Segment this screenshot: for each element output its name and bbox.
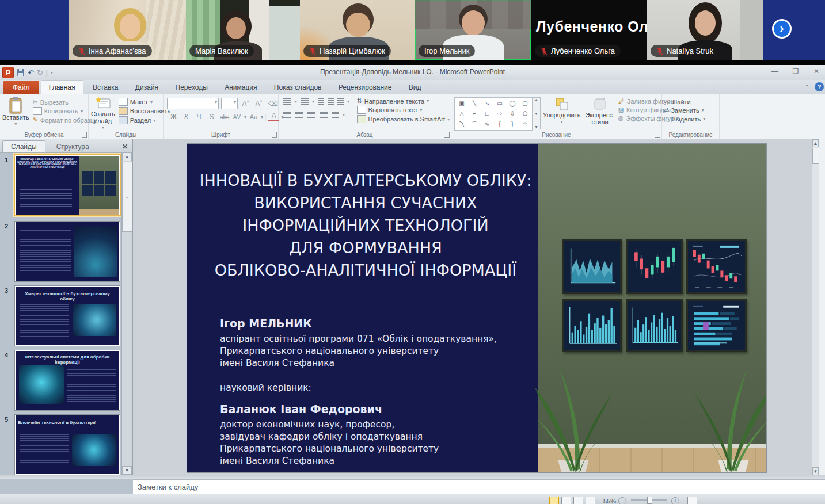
panel-scrollbar[interactable]: ▲ ≡ ▼ xyxy=(121,152,132,475)
underline-button[interactable]: Ч xyxy=(193,112,204,121)
zoom-out-icon[interactable]: − xyxy=(618,497,626,504)
strikethrough-button[interactable]: abc xyxy=(219,113,230,121)
main-scroll-up-icon[interactable]: ▲ xyxy=(812,139,819,147)
fit-to-window-icon[interactable] xyxy=(687,497,697,504)
minimize-button[interactable]: — xyxy=(769,67,781,75)
current-slide[interactable]: ІННОВАЦІЇ В БУХГАЛТЕРСЬКОМУ ОБЛІКУ: ВИКО… xyxy=(187,144,766,472)
grow-font-button[interactable]: А˄ xyxy=(240,99,251,108)
reading-view-icon[interactable] xyxy=(573,497,583,504)
align-right-icon[interactable] xyxy=(307,112,315,118)
character-spacing-button[interactable]: АV xyxy=(231,113,242,121)
increase-indent-icon[interactable] xyxy=(328,98,334,105)
quick-styles-icon xyxy=(592,97,607,112)
text-direction-button[interactable]: ⇅Направление текста▾ xyxy=(356,97,451,105)
tab-file[interactable]: Файл xyxy=(3,81,39,94)
zoom-slider-knob[interactable] xyxy=(647,497,652,504)
shapes-scrollbar[interactable]: ▲▼▼ xyxy=(533,97,541,129)
help-icon[interactable]: ? xyxy=(815,82,824,91)
zoom-percentage[interactable]: 55% xyxy=(603,498,616,504)
replace-button[interactable]: ⇄Заменить▾ xyxy=(662,106,719,114)
align-left-icon[interactable] xyxy=(283,112,291,118)
tab-insert[interactable]: Вставка xyxy=(85,81,126,94)
next-participants-button[interactable]: › xyxy=(772,19,792,39)
main-scrollbar[interactable]: ▲ ▼ xyxy=(812,139,819,475)
tab-view[interactable]: Вид xyxy=(401,81,429,94)
panel-tab-slides[interactable]: Слайды xyxy=(2,140,45,152)
font-name-combo[interactable] xyxy=(167,98,219,109)
panel-close-icon[interactable]: ✕ xyxy=(122,143,128,151)
collapse-ribbon-icon[interactable]: ⌃ xyxy=(805,84,809,90)
columns-icon[interactable] xyxy=(332,112,339,118)
reset-icon xyxy=(119,107,128,115)
tab-review[interactable]: Рецензирование xyxy=(331,81,400,94)
justify-icon[interactable] xyxy=(320,112,328,118)
change-case-button[interactable]: Аа xyxy=(248,113,259,121)
drawing-dialog-launcher[interactable] xyxy=(655,132,660,138)
slideshow-view-icon[interactable] xyxy=(586,497,595,504)
italic-button[interactable]: К xyxy=(181,112,192,121)
slide-thumbnail-5[interactable]: 5 Блокчейн-технології в бухгалтерії xyxy=(0,415,121,477)
paste-button[interactable]: Вставить▾ xyxy=(0,94,32,128)
slides-panel: Слайды Структура ✕ 1 ІННОВАЦІЇ В БУХГАЛТ… xyxy=(0,139,133,475)
scrollbar-thumb[interactable]: ≡ xyxy=(122,162,132,232)
align-center-icon[interactable] xyxy=(295,112,303,118)
participant-video-1[interactable]: Інна Афанас'єва xyxy=(69,0,186,60)
normal-view-icon[interactable] xyxy=(549,497,559,504)
numbering-icon[interactable] xyxy=(301,98,309,105)
decrease-indent-icon[interactable] xyxy=(318,98,324,105)
arrange-button[interactable]: Упорядочить▾ xyxy=(541,94,583,131)
font-color-button[interactable]: А xyxy=(268,112,279,121)
quick-styles-button[interactable]: Экспресс-стили xyxy=(583,94,617,131)
slide-thumbnail-1[interactable]: 1 ІННОВАЦІЇ В БУХГАЛТЕРСЬКОМУ ОБЛІКУ: ВИ… xyxy=(0,155,121,217)
tab-animations[interactable]: Анимация xyxy=(217,81,264,94)
new-slide-button[interactable]: Создать слайд▾ xyxy=(89,94,117,131)
slide-sorter-view-icon[interactable] xyxy=(561,497,571,504)
panel-tab-outline[interactable]: Структура xyxy=(48,140,98,152)
notes-splitter[interactable] xyxy=(0,475,825,479)
font-size-combo[interactable] xyxy=(221,98,238,109)
arrange-icon xyxy=(554,97,569,112)
monitor-dashboard xyxy=(686,299,747,352)
participant-name-label: Марія Василюк xyxy=(189,45,254,57)
slide-thumbnail-2[interactable]: 2 xyxy=(0,222,121,284)
font-dialog-launcher[interactable] xyxy=(272,132,277,138)
bold-button[interactable]: Ж xyxy=(168,112,179,121)
participant-video-2[interactable]: Марія Василюк xyxy=(186,0,300,60)
workspace: Слайды Структура ✕ 1 ІННОВАЦІЇ В БУХГАЛТ… xyxy=(0,139,825,475)
bullets-icon[interactable] xyxy=(283,98,291,105)
scroll-up-icon[interactable]: ▲ xyxy=(122,152,132,161)
line-spacing-icon[interactable] xyxy=(337,98,344,105)
shapes-gallery[interactable]: ▣╲↘▭◯▢ △⌐∟⇨⇩⬠ 〽⌒∿{}☆ ▲▼▼ xyxy=(451,94,541,131)
meeting-video-strip: Інна Афанас'єва Марія Василюк Назарій Ци… xyxy=(0,0,825,60)
tab-transitions[interactable]: Переходы xyxy=(168,81,215,94)
text-shadow-button[interactable]: S xyxy=(206,112,217,121)
main-scroll-down-icon[interactable]: ▼ xyxy=(812,467,819,475)
clipboard-dialog-launcher[interactable] xyxy=(82,132,87,138)
close-button[interactable]: ✕ xyxy=(810,67,823,75)
restore-button[interactable]: ❐ xyxy=(789,67,802,75)
select-button[interactable]: ⬚Выделить▾ xyxy=(662,114,719,123)
slide-thumbnail-4[interactable]: 4 Інтелектуальні системи для обробки інф… xyxy=(0,350,121,413)
clear-formatting-button[interactable]: ⌫ xyxy=(267,99,278,108)
participant-video-6[interactable]: Nataliya Struk xyxy=(647,0,763,60)
zoom-in-icon[interactable]: + xyxy=(671,497,679,504)
find-button[interactable]: ⌕⌕Найти xyxy=(662,97,719,106)
main-scrollbar-thumb[interactable] xyxy=(812,148,819,164)
shape-effects-icon: ◍ xyxy=(618,114,624,122)
shape-image-icon[interactable]: ▣ xyxy=(459,101,464,106)
notes-pane[interactable]: Заметки к слайду xyxy=(133,479,825,494)
participant-video-3[interactable]: Назарій Цимбалюк xyxy=(300,0,415,60)
shrink-font-button[interactable]: А˅ xyxy=(253,99,264,108)
align-text-button[interactable]: Выровнять текст▾ xyxy=(356,105,451,114)
tab-design[interactable]: Дизайн xyxy=(128,81,166,94)
smartart-button[interactable]: Преобразовать в SmartArt▾ xyxy=(356,114,451,124)
tab-home[interactable]: Главная xyxy=(41,80,83,94)
slide-thumbnail-3[interactable]: 3 Хмарні технології в бухгалтерському об… xyxy=(0,286,121,348)
tab-slideshow[interactable]: Показ слайдов xyxy=(267,81,329,94)
plant-right xyxy=(690,354,766,472)
participant-video-4-active-speaker[interactable]: Ігор Мельник xyxy=(415,0,531,60)
zoom-slider[interactable] xyxy=(631,499,667,501)
participant-video-5-camera-off[interactable]: Лубенченко Ол... Лубенченко Ольга xyxy=(531,0,647,60)
paragraph-dialog-launcher[interactable] xyxy=(444,132,450,138)
scroll-down-icon[interactable]: ▼ xyxy=(122,466,132,475)
